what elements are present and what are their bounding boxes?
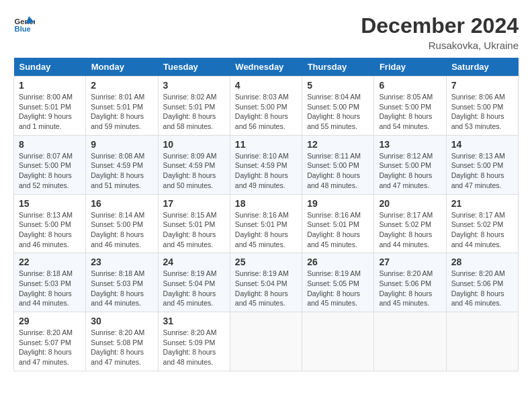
day-info: Sunrise: 8:07 AMSunset: 5:00 PMDaylight:… [19, 151, 81, 191]
day-number: 5 [307, 80, 369, 91]
calendar-cell: 24Sunrise: 8:19 AMSunset: 5:04 PMDayligh… [158, 253, 230, 312]
day-info: Sunrise: 8:10 AMSunset: 4:59 PMDaylight:… [235, 151, 297, 191]
day-number: 21 [451, 198, 513, 209]
day-number: 8 [19, 139, 81, 150]
calendar-cell: 16Sunrise: 8:14 AMSunset: 5:00 PMDayligh… [86, 194, 158, 253]
day-info: Sunrise: 8:20 AMSunset: 5:08 PMDaylight:… [91, 328, 152, 367]
calendar-cell: 1Sunrise: 8:00 AMSunset: 5:01 PMDaylight… [14, 77, 86, 136]
calendar-cell: 19Sunrise: 8:16 AMSunset: 5:01 PMDayligh… [302, 194, 374, 253]
day-number: 17 [163, 198, 225, 209]
day-info: Sunrise: 8:00 AMSunset: 5:01 PMDaylight:… [19, 92, 81, 132]
calendar-cell: 4Sunrise: 8:03 AMSunset: 5:00 PMDaylight… [230, 77, 302, 136]
calendar-cell: 8Sunrise: 8:07 AMSunset: 5:00 PMDaylight… [14, 135, 86, 194]
col-header-wednesday: Wednesday [230, 58, 302, 77]
day-info: Sunrise: 8:04 AMSunset: 5:00 PMDaylight:… [307, 92, 369, 132]
calendar-cell: 20Sunrise: 8:17 AMSunset: 5:02 PMDayligh… [374, 194, 446, 253]
col-header-saturday: Saturday [446, 58, 518, 77]
col-header-tuesday: Tuesday [158, 58, 230, 77]
month-title: December 2024 [361, 13, 519, 38]
calendar-cell: 10Sunrise: 8:09 AMSunset: 4:59 PMDayligh… [158, 135, 230, 194]
day-number: 15 [19, 198, 81, 209]
calendar-week-row: 1Sunrise: 8:00 AMSunset: 5:01 PMDaylight… [14, 77, 519, 136]
day-number: 24 [163, 257, 225, 267]
day-number: 6 [379, 80, 441, 91]
day-info: Sunrise: 8:03 AMSunset: 5:00 PMDaylight:… [235, 92, 297, 132]
day-number: 27 [379, 257, 441, 267]
day-number: 1 [19, 80, 81, 91]
day-info: Sunrise: 8:14 AMSunset: 5:00 PMDaylight:… [91, 210, 152, 250]
day-number: 18 [235, 198, 297, 209]
calendar-cell: 31Sunrise: 8:20 AMSunset: 5:09 PMDayligh… [158, 312, 230, 371]
calendar-cell: 21Sunrise: 8:17 AMSunset: 5:02 PMDayligh… [446, 194, 518, 253]
calendar-week-row: 8Sunrise: 8:07 AMSunset: 5:00 PMDaylight… [14, 135, 519, 194]
day-info: Sunrise: 8:19 AMSunset: 5:04 PMDaylight:… [163, 269, 225, 308]
calendar-cell: 7Sunrise: 8:06 AMSunset: 5:00 PMDaylight… [446, 77, 518, 136]
day-info: Sunrise: 8:16 AMSunset: 5:01 PMDaylight:… [307, 210, 369, 250]
day-number: 16 [91, 198, 152, 209]
calendar-cell: 17Sunrise: 8:15 AMSunset: 5:01 PMDayligh… [158, 194, 230, 253]
col-header-thursday: Thursday [302, 58, 374, 77]
calendar-week-row: 22Sunrise: 8:18 AMSunset: 5:03 PMDayligh… [14, 253, 519, 312]
day-number: 29 [19, 316, 81, 326]
day-info: Sunrise: 8:16 AMSunset: 5:01 PMDaylight:… [235, 210, 297, 250]
calendar-cell: 12Sunrise: 8:11 AMSunset: 5:00 PMDayligh… [302, 135, 374, 194]
day-number: 9 [91, 139, 152, 150]
calendar-cell: 26Sunrise: 8:19 AMSunset: 5:05 PMDayligh… [302, 253, 374, 312]
calendar-cell [230, 312, 302, 371]
day-number: 23 [91, 257, 152, 267]
day-number: 2 [91, 80, 152, 91]
col-header-friday: Friday [374, 58, 446, 77]
day-number: 11 [235, 139, 297, 150]
day-number: 30 [91, 316, 152, 326]
day-info: Sunrise: 8:01 AMSunset: 5:01 PMDaylight:… [91, 92, 152, 132]
day-number: 14 [451, 139, 513, 150]
day-number: 13 [379, 139, 441, 150]
logo-icon: General Blue [13, 13, 35, 35]
day-number: 12 [307, 139, 369, 150]
calendar-cell: 9Sunrise: 8:08 AMSunset: 4:59 PMDaylight… [86, 135, 158, 194]
calendar-cell: 5Sunrise: 8:04 AMSunset: 5:00 PMDaylight… [302, 77, 374, 136]
calendar-week-row: 15Sunrise: 8:13 AMSunset: 5:00 PMDayligh… [14, 194, 519, 253]
day-number: 25 [235, 257, 297, 267]
location-title: Rusakovka, Ukraine [361, 40, 519, 51]
calendar-cell: 6Sunrise: 8:05 AMSunset: 5:00 PMDaylight… [374, 77, 446, 136]
svg-text:Blue: Blue [15, 25, 31, 33]
calendar-cell: 13Sunrise: 8:12 AMSunset: 5:00 PMDayligh… [374, 135, 446, 194]
calendar-cell: 22Sunrise: 8:18 AMSunset: 5:03 PMDayligh… [14, 253, 86, 312]
calendar-cell: 11Sunrise: 8:10 AMSunset: 4:59 PMDayligh… [230, 135, 302, 194]
day-info: Sunrise: 8:06 AMSunset: 5:00 PMDaylight:… [451, 92, 513, 132]
day-info: Sunrise: 8:17 AMSunset: 5:02 PMDaylight:… [379, 210, 441, 250]
day-number: 22 [19, 257, 81, 267]
day-number: 4 [235, 80, 297, 91]
calendar-cell: 23Sunrise: 8:18 AMSunset: 5:03 PMDayligh… [86, 253, 158, 312]
day-info: Sunrise: 8:02 AMSunset: 5:01 PMDaylight:… [163, 92, 225, 132]
col-header-monday: Monday [86, 58, 158, 77]
day-info: Sunrise: 8:13 AMSunset: 5:00 PMDaylight:… [19, 210, 81, 250]
calendar-cell: 30Sunrise: 8:20 AMSunset: 5:08 PMDayligh… [86, 312, 158, 371]
day-info: Sunrise: 8:18 AMSunset: 5:03 PMDaylight:… [91, 269, 152, 308]
day-info: Sunrise: 8:20 AMSunset: 5:09 PMDaylight:… [163, 328, 225, 367]
day-number: 19 [307, 198, 369, 209]
calendar-table: SundayMondayTuesdayWednesdayThursdayFrid… [13, 58, 519, 371]
calendar-cell: 28Sunrise: 8:20 AMSunset: 5:06 PMDayligh… [446, 253, 518, 312]
calendar-cell: 27Sunrise: 8:20 AMSunset: 5:06 PMDayligh… [374, 253, 446, 312]
calendar-week-row: 29Sunrise: 8:20 AMSunset: 5:07 PMDayligh… [14, 312, 519, 371]
calendar-cell: 18Sunrise: 8:16 AMSunset: 5:01 PMDayligh… [230, 194, 302, 253]
day-info: Sunrise: 8:20 AMSunset: 5:06 PMDaylight:… [451, 269, 513, 308]
day-info: Sunrise: 8:11 AMSunset: 5:00 PMDaylight:… [307, 151, 369, 191]
day-info: Sunrise: 8:09 AMSunset: 4:59 PMDaylight:… [163, 151, 225, 191]
day-number: 26 [307, 257, 369, 267]
day-info: Sunrise: 8:12 AMSunset: 5:00 PMDaylight:… [379, 151, 441, 191]
day-info: Sunrise: 8:19 AMSunset: 5:04 PMDaylight:… [235, 269, 297, 308]
calendar-cell: 3Sunrise: 8:02 AMSunset: 5:01 PMDaylight… [158, 77, 230, 136]
calendar-cell [446, 312, 518, 371]
day-info: Sunrise: 8:08 AMSunset: 4:59 PMDaylight:… [91, 151, 152, 191]
day-info: Sunrise: 8:17 AMSunset: 5:02 PMDaylight:… [451, 210, 513, 250]
logo: General Blue [13, 13, 35, 35]
calendar-header-row: SundayMondayTuesdayWednesdayThursdayFrid… [14, 58, 519, 77]
title-block: December 2024 Rusakovka, Ukraine [361, 13, 519, 51]
day-info: Sunrise: 8:20 AMSunset: 5:06 PMDaylight:… [379, 269, 441, 308]
day-info: Sunrise: 8:13 AMSunset: 5:00 PMDaylight:… [451, 151, 513, 191]
col-header-sunday: Sunday [14, 58, 86, 77]
day-number: 7 [451, 80, 513, 91]
